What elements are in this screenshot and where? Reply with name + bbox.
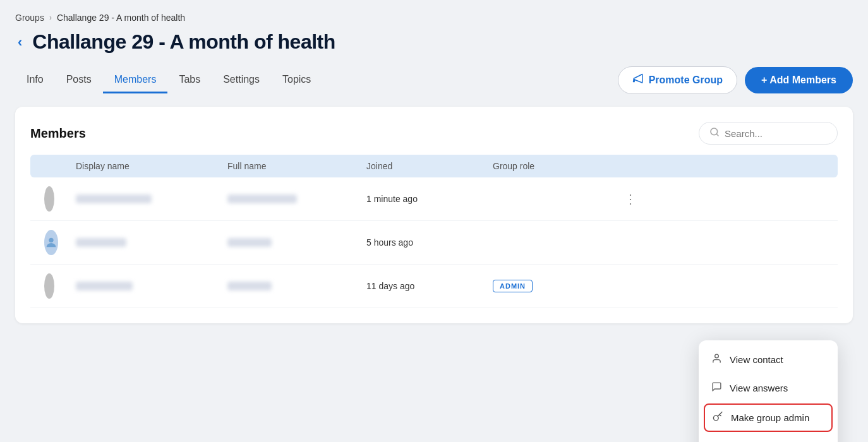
tab-settings[interactable]: Settings bbox=[212, 68, 271, 93]
full-name-cell-3 bbox=[220, 282, 359, 290]
blurred-display-name-3 bbox=[76, 282, 133, 290]
joined-cell-3: 11 days ago bbox=[359, 281, 485, 291]
add-members-label: + Add Members bbox=[761, 75, 836, 86]
avatar-2 bbox=[44, 230, 58, 255]
search-icon bbox=[709, 127, 720, 140]
th-avatar bbox=[30, 161, 68, 171]
card-header: Members bbox=[30, 122, 838, 145]
members-card: Members Display name Full name Joined Gr… bbox=[15, 107, 853, 323]
display-name-cell-1 bbox=[68, 194, 220, 203]
more-cell-1[interactable]: ⋮ bbox=[612, 189, 649, 209]
menu-item-remove-member[interactable]: Remove member bbox=[699, 433, 838, 442]
blurred-full-name-2 bbox=[227, 238, 272, 247]
role-cell-3: ADMIN bbox=[485, 280, 612, 292]
tabs-and-actions: Info Posts Members Tabs Settings Topics … bbox=[15, 66, 853, 94]
menu-item-view-answers[interactable]: View answers bbox=[699, 374, 838, 402]
th-joined: Joined bbox=[359, 161, 485, 171]
context-menu: View contact View answers Make group bbox=[699, 340, 838, 442]
menu-item-make-admin[interactable]: Make group admin bbox=[704, 403, 833, 432]
menu-label-make-admin: Make group admin bbox=[731, 412, 809, 423]
tab-tabs[interactable]: Tabs bbox=[167, 68, 212, 93]
th-full-name: Full name bbox=[220, 161, 359, 171]
th-display-name: Display name bbox=[68, 161, 220, 171]
person-icon bbox=[711, 353, 722, 366]
megaphone-icon bbox=[632, 73, 644, 87]
joined-text-2: 5 hours ago bbox=[366, 237, 413, 248]
tabs-bar: Info Posts Members Tabs Settings Topics bbox=[15, 68, 322, 93]
search-input[interactable] bbox=[725, 128, 827, 139]
th-group-role: Group role bbox=[485, 161, 612, 171]
promote-group-label: Promote Group bbox=[649, 75, 723, 86]
avatar-3 bbox=[44, 273, 54, 299]
menu-label-view-contact: View contact bbox=[730, 354, 783, 365]
avatar-cell-1 bbox=[30, 186, 68, 212]
tab-posts[interactable]: Posts bbox=[55, 68, 103, 93]
action-buttons: Promote Group + Add Members bbox=[618, 66, 853, 94]
page-title: Challange 29 - A month of health bbox=[32, 30, 335, 54]
breadcrumb-parent[interactable]: Groups bbox=[15, 13, 44, 23]
full-name-cell-2 bbox=[220, 238, 359, 247]
blurred-full-name-3 bbox=[227, 282, 272, 290]
joined-text-3: 11 days ago bbox=[366, 281, 414, 291]
promote-group-button[interactable]: Promote Group bbox=[618, 66, 737, 94]
avatar-cell-2 bbox=[30, 230, 68, 255]
breadcrumb-separator: › bbox=[49, 13, 52, 22]
blurred-display-name-2 bbox=[76, 238, 126, 247]
joined-cell-1: 1 minute ago bbox=[359, 194, 485, 204]
blurred-display-name-1 bbox=[76, 194, 152, 203]
tab-topics[interactable]: Topics bbox=[271, 68, 322, 93]
th-actions bbox=[612, 161, 649, 171]
joined-text-1: 1 minute ago bbox=[366, 194, 418, 204]
table-row: 11 days ago ADMIN bbox=[30, 265, 838, 308]
table-header: Display name Full name Joined Group role bbox=[30, 155, 838, 177]
table-row: 5 hours ago bbox=[30, 221, 838, 265]
joined-cell-2: 5 hours ago bbox=[359, 237, 485, 248]
blurred-full-name-1 bbox=[227, 194, 297, 203]
admin-badge: ADMIN bbox=[493, 280, 533, 292]
svg-point-3 bbox=[715, 354, 719, 358]
full-name-cell-1 bbox=[220, 194, 359, 203]
back-button[interactable]: ‹ bbox=[15, 34, 25, 51]
display-name-cell-3 bbox=[68, 282, 220, 290]
page-header: ‹ Challange 29 - A month of health bbox=[15, 30, 853, 54]
search-box[interactable] bbox=[699, 122, 838, 145]
key-icon bbox=[713, 411, 723, 424]
add-members-button[interactable]: + Add Members bbox=[745, 67, 853, 93]
display-name-cell-2 bbox=[68, 238, 220, 247]
menu-label-view-answers: View answers bbox=[730, 383, 788, 393]
tab-members[interactable]: Members bbox=[103, 68, 168, 93]
chat-icon bbox=[711, 381, 722, 395]
breadcrumb: Groups › Challange 29 - A month of healt… bbox=[15, 13, 853, 23]
members-title: Members bbox=[30, 126, 86, 141]
table-row: 1 minute ago ⋮ bbox=[30, 177, 838, 221]
avatar-cell-3 bbox=[30, 273, 68, 299]
breadcrumb-current: Challange 29 - A month of health bbox=[57, 13, 185, 23]
svg-point-2 bbox=[49, 238, 53, 242]
avatar-1 bbox=[44, 186, 54, 212]
tab-info[interactable]: Info bbox=[15, 68, 55, 93]
menu-item-view-contact[interactable]: View contact bbox=[699, 345, 838, 374]
more-button-1[interactable]: ⋮ bbox=[619, 189, 642, 209]
svg-line-1 bbox=[716, 134, 718, 136]
